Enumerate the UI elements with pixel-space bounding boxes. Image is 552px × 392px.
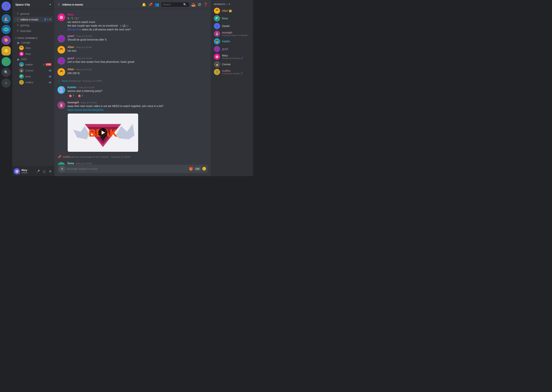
- online-status-dot: [18, 173, 20, 175]
- channel-item-general[interactable]: # general: [14, 11, 53, 16]
- server-icon-art[interactable]: 🎨: [1, 35, 11, 45]
- add-member-icon[interactable]: 👤+: [44, 18, 48, 21]
- msg-author-gnarf-2[interactable]: gnarf: [67, 57, 74, 60]
- member-item-fiona[interactable]: 🌊 fiona: [212, 14, 251, 22]
- gif-button[interactable]: GIF: [195, 167, 201, 171]
- notifications-button[interactable]: 🔔: [142, 2, 146, 7]
- video-thumbnail[interactable]: BEAK: [68, 113, 138, 152]
- reaction-emoji-1: 👛: [69, 94, 72, 97]
- reaction-emoji-2: 👛: [78, 94, 81, 97]
- voice-user-avatar-katelin: 👩: [19, 62, 24, 67]
- msg-author-allan-2[interactable]: Allan: [67, 68, 74, 71]
- member-item-conner[interactable]: 🧑 Conner: [212, 61, 251, 68]
- member-item-daniel[interactable]: 👤 Daniel: [212, 22, 251, 30]
- voice-user-allan[interactable]: 👨 Allan: [14, 45, 53, 51]
- server-icon-boat[interactable]: ⛵: [1, 14, 11, 23]
- system-msg-text-fiona: fiona showed up! Yesterday at 2:38PM: [62, 79, 102, 82]
- speaker-icon-dnd: 🔈: [17, 58, 20, 61]
- member-info-daniel: Daniel: [222, 25, 250, 28]
- voice-user-muffins[interactable]: 🎵 muffins 📹: [14, 79, 53, 85]
- help-button[interactable]: ❓: [203, 2, 208, 7]
- current-user-avatar: 🌸: [14, 168, 20, 174]
- reaction-1[interactable]: 👛 3: [67, 94, 75, 98]
- pin-button[interactable]: 📌: [148, 2, 153, 7]
- message-group-allan-1: 👨 Allan Today at 9:18 AM me too!: [54, 45, 211, 54]
- member-item-allan[interactable]: 👨 Allan 👑: [212, 7, 251, 14]
- member-avatar-mary: 🌸: [214, 54, 220, 60]
- msg-author-katelin-1[interactable]: Katelin: [67, 86, 76, 89]
- current-user-discriminator: #0000: [22, 171, 34, 174]
- message-group-katelin-1: Katelin Today at 9:18 AM wanna start a l…: [54, 85, 211, 98]
- fiona-link-join[interactable]: fiona: [62, 79, 67, 82]
- message-input-box: + 🎁 GIF 😊: [58, 165, 208, 173]
- msg-text-mary-4: @everyone when do y'all wanna watch the …: [67, 28, 208, 32]
- member-item-mary[interactable]: 🌸 Mary Streaming Drawing 🖊️: [212, 53, 251, 61]
- member-name-allan: Allan 👑: [222, 9, 250, 12]
- message-input[interactable]: [67, 167, 188, 171]
- voice-user-mary[interactable]: 🌸 Mary: [14, 51, 53, 57]
- category-voice-channels[interactable]: ▾ VOICE CHANNELS: [12, 34, 54, 40]
- voice-channel-dnd[interactable]: 🔈 DnD: [14, 57, 53, 62]
- deafen-button[interactable]: 🎧: [41, 169, 47, 174]
- msg-avatar-gnarf-2: 😈: [58, 57, 65, 65]
- channel-name-food-fails: food-fails: [20, 29, 31, 33]
- add-attachment-button[interactable]: +: [59, 166, 65, 172]
- user-area: 🌸 Mary #0000 🎤 🎧 ⚙: [12, 166, 54, 176]
- member-item-moongirl[interactable]: 🐰 moongirl Playing League of Legends 🎮: [212, 30, 251, 37]
- member-item-gnarf[interactable]: 😈 gnarf: [212, 45, 251, 53]
- server-icon-planet[interactable]: [1, 25, 11, 34]
- server-icon-space-city[interactable]: 🪙: [1, 46, 11, 56]
- settings-icon[interactable]: ⚙: [49, 18, 51, 21]
- search-icon: 🔍: [183, 3, 187, 6]
- mention-everyone[interactable]: @everyone: [67, 28, 81, 31]
- msg-header-gnarf-1: gnarf Today at 9:18 AM: [67, 35, 208, 37]
- msg-author-fiona-1[interactable]: fiona: [67, 162, 74, 165]
- msg-author-gnarf-1[interactable]: gnarf: [67, 35, 74, 37]
- server-header[interactable]: Space City ▼: [12, 0, 54, 9]
- channel-item-videos-n-music[interactable]: # videos-n-music 👤+ ⚙: [14, 17, 53, 22]
- gift-button[interactable]: 🎁: [189, 167, 193, 171]
- msg-text-allan-1: me too!: [67, 49, 208, 53]
- channel-hash-icon: #: [17, 17, 19, 21]
- msg-header-moongirl-1: moongirl Today at 9:18 AM: [67, 101, 208, 104]
- member-item-muffins[interactable]: 🎵 muffins Listening to Spotify 🎵: [212, 68, 251, 76]
- member-name-conner: Conner: [222, 63, 250, 66]
- server-list: 🎮 ⛵ 🎨 🪙 🌿 🔍 +: [0, 0, 12, 176]
- channel-hash-icon: #: [17, 23, 19, 27]
- members-button[interactable]: 👥: [155, 2, 159, 7]
- msg-text-allan-2: yep yep ty: [67, 71, 208, 75]
- msg-author-moongirl-1[interactable]: moongirl: [67, 101, 79, 104]
- msg-avatar-mary: 🌸: [58, 14, 65, 21]
- server-icon-leaf[interactable]: 🌿: [1, 57, 11, 66]
- voice-user-conner[interactable]: 🧑 Conner 📹: [14, 68, 53, 73]
- voice-user-fiona[interactable]: 🌊 fiona 📹: [14, 73, 53, 79]
- channel-item-gaming[interactable]: # gaming: [14, 22, 53, 28]
- search-bar[interactable]: 🔍: [161, 2, 189, 7]
- mention-button[interactable]: @: [198, 2, 201, 7]
- msg-time-allan-2: Today at 9:18 AM: [75, 68, 92, 71]
- emoji-button[interactable]: 😊: [202, 167, 206, 171]
- voice-user-katelin[interactable]: 👩 Katelin 🖥 LIVE: [14, 62, 53, 67]
- voice-user-icons-fiona: 📹: [49, 75, 51, 78]
- channel-item-food-fails[interactable]: # food-fails: [14, 28, 53, 34]
- add-server-button[interactable]: +: [1, 78, 11, 88]
- search-input[interactable]: [163, 3, 182, 6]
- voice-channel-lounge[interactable]: 🔈 Lounge: [14, 40, 53, 45]
- explore-button[interactable]: 🔍: [1, 68, 11, 77]
- inbox-button[interactable]: 📥: [191, 2, 196, 7]
- reaction-2[interactable]: 👛 3: [76, 94, 84, 98]
- msg-avatar-allan-2: 👨: [58, 68, 65, 76]
- msg-author-allan-1[interactable]: Allan: [67, 46, 74, 49]
- mute-mic-button[interactable]: 🎤: [35, 169, 41, 174]
- discord-home-button[interactable]: 🎮: [1, 1, 11, 11]
- voice-user-name-fiona: fiona: [25, 75, 47, 78]
- member-item-katelin[interactable]: 👩 Katelin: [212, 37, 251, 45]
- youtube-link[interactable]: https://youtu.be/OiDx6aQ928o: [67, 108, 103, 112]
- muffins-link-pin[interactable]: muffins: [63, 155, 71, 158]
- user-settings-button[interactable]: ⚙: [48, 169, 53, 174]
- play-button[interactable]: [98, 128, 108, 137]
- join-text: showed up!: [68, 79, 81, 82]
- msg-author-mary[interactable]: Mary: [67, 13, 74, 16]
- msg-text-mary-2: we need to watch more: [67, 20, 208, 24]
- member-info-mary: Mary Streaming Drawing 🖊️: [222, 54, 250, 60]
